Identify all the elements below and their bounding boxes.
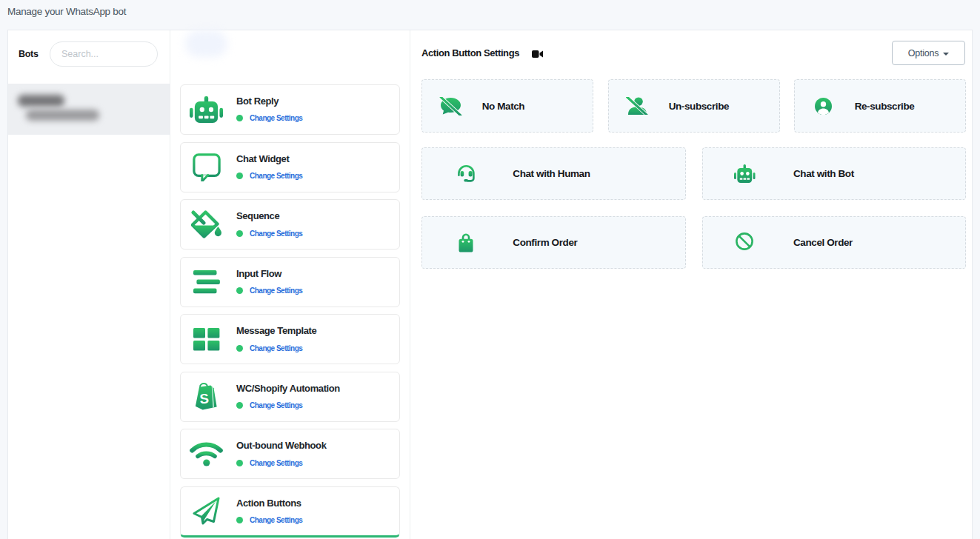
svg-text:S: S [199, 390, 210, 406]
